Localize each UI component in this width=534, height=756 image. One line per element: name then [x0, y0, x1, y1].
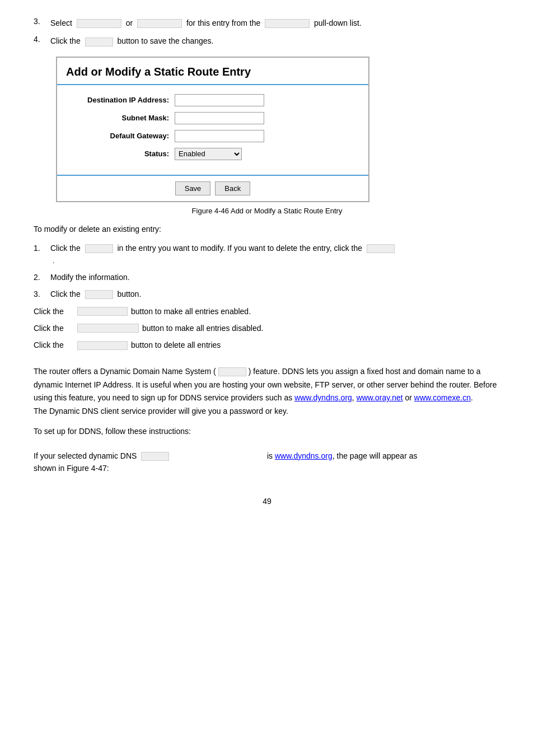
click-row-2: Click the button to make all entries dis…: [34, 322, 500, 334]
click-rows: Click the button to make all entries ena…: [34, 305, 500, 352]
ddns-text-3: The Dynamic DNS client service provider …: [34, 407, 288, 416]
form-fields: Destination IP Address: Subnet Mask: Def…: [57, 85, 368, 176]
back-button[interactable]: Back: [215, 181, 250, 195]
step-3-middle: for this entry from the: [186, 18, 260, 27]
modify-step-1-after: in the entry you want to modify. If you …: [117, 244, 362, 253]
ddns-row-placeholder: [141, 452, 169, 461]
step-3-placeholder1: [77, 19, 121, 28]
click-row-1-text: button to make all entries enabled.: [131, 305, 251, 318]
dest-ip-input[interactable]: [175, 94, 264, 106]
ddns-link-3[interactable]: www.comexe.cn: [414, 393, 471, 402]
click-row-3-label: Click the: [34, 339, 74, 351]
step-3-placeholder3: [265, 19, 310, 28]
click-row-1: Click the button to make all entries ena…: [34, 305, 500, 318]
modify-step-3-body: Click the button.: [50, 288, 500, 300]
status-row: Status: Enabled Disabled: [68, 148, 357, 160]
page-content: 3. Select or for this entry from the pul…: [34, 17, 500, 506]
click-row-3-placeholder: [77, 341, 128, 350]
modify-step-3-after: button.: [117, 290, 141, 298]
ddns-link-2[interactable]: www.oray.net: [357, 393, 403, 402]
step-4-number: 4.: [34, 35, 50, 44]
status-select[interactable]: Enabled Disabled: [175, 148, 242, 160]
ddns-row-left-text: If your selected dynamic DNS: [34, 451, 137, 460]
modify-steps: 1. Click the in the entry you want to mo…: [34, 242, 500, 300]
modify-step-1-body: Click the in the entry you want to modif…: [50, 242, 500, 267]
dest-ip-row: Destination IP Address:: [68, 94, 357, 106]
default-gateway-label: Default Gateway:: [68, 132, 169, 140]
step-3-or: or: [126, 18, 133, 27]
click-row-3-text: button to delete all entries: [131, 339, 221, 351]
ddns-period: .: [471, 393, 473, 402]
page-number: 49: [34, 497, 500, 506]
modify-step-1: 1. Click the in the entry you want to mo…: [34, 242, 500, 267]
form-title: Add or Modify a Static Route Entry: [57, 58, 368, 85]
modify-step-1-num: 1.: [34, 242, 50, 267]
step-4-click: Click the: [50, 36, 81, 45]
subnet-mask-input[interactable]: [175, 112, 264, 124]
click-row-3: Click the button to delete all entries: [34, 339, 500, 351]
modify-step-1-placeholder1: [85, 244, 113, 253]
modify-step-3: 3. Click the button.: [34, 288, 500, 300]
step-3-item: 3. Select or for this entry from the pul…: [34, 17, 500, 29]
step-3-text: Select or for this entry from the pull-d…: [50, 17, 500, 29]
default-gateway-input[interactable]: [175, 130, 264, 142]
ddns-text-1: The router offers a Dynamic Domain Name …: [34, 367, 216, 376]
modify-step-2: 2. Modify the information.: [34, 271, 500, 283]
step-3-number: 3.: [34, 17, 50, 26]
ddns-link-1[interactable]: www.dyndns.org: [294, 393, 352, 402]
ddns-abbr-placeholder: [218, 367, 246, 376]
modify-step-3-num: 3.: [34, 288, 50, 300]
step-4-text: Click the button to save the changes.: [50, 35, 500, 47]
ddns-dyndns-link[interactable]: www.dyndns.org: [275, 451, 332, 460]
subnet-mask-label: Subnet Mask:: [68, 114, 169, 122]
step-3-select: Select: [50, 18, 72, 27]
subnet-mask-row: Subnet Mask:: [68, 112, 357, 124]
modify-step-3-placeholder: [85, 290, 113, 299]
modify-step-1-placeholder2: [367, 244, 395, 253]
ddns-paragraph: The router offers a Dynamic Domain Name …: [34, 365, 500, 418]
ddns-setup-text: To set up for DDNS, follow these instruc…: [34, 427, 191, 436]
step-4-placeholder: [85, 38, 113, 46]
ddns-row-right: is www.dyndns.org, the page will appear …: [267, 450, 500, 462]
step-3-end: pull-down list.: [314, 18, 362, 27]
ddns-provider-row: If your selected dynamic DNS shown in Fi…: [34, 450, 500, 475]
modify-step-3-before: Click the: [50, 290, 81, 298]
modify-step-2-body: Modify the information.: [50, 271, 500, 283]
click-row-2-placeholder: [77, 324, 139, 333]
step-4-end: button to save the changes.: [117, 36, 213, 45]
default-gateway-row: Default Gateway:: [68, 130, 357, 142]
form-buttons: Save Back: [57, 176, 368, 201]
ddns-row-left-text2: shown in Figure 4-47:: [34, 464, 109, 473]
ddns-or: or: [403, 393, 414, 402]
step-4-item: 4. Click the button to save the changes.: [34, 35, 500, 47]
modify-step-1-dot: .: [53, 256, 500, 267]
status-label: Status:: [68, 150, 169, 158]
modify-header: To modify or delete an existing entry:: [34, 223, 500, 235]
save-button[interactable]: Save: [175, 181, 211, 195]
static-route-form: Add or Modify a Static Route Entry Desti…: [56, 57, 369, 202]
modify-step-1-before: Click the: [50, 244, 81, 253]
modify-step-2-num: 2.: [34, 271, 50, 283]
step-3-placeholder2: [137, 19, 182, 28]
click-row-2-text: button to make all entries disabled.: [142, 322, 263, 334]
click-row-2-label: Click the: [34, 322, 74, 334]
ddns-row-right-text: is www.dyndns.org, the page will appear …: [267, 451, 417, 460]
ddns-comma-1: ,: [352, 393, 357, 402]
click-row-1-placeholder: [77, 307, 128, 316]
dest-ip-label: Destination IP Address:: [68, 96, 169, 104]
click-row-1-label: Click the: [34, 305, 74, 318]
figure-caption: Figure 4-46 Add or Modify a Static Route…: [34, 207, 500, 215]
ddns-setup-para: To set up for DDNS, follow these instruc…: [34, 425, 500, 438]
ddns-row-left: If your selected dynamic DNS shown in Fi…: [34, 450, 267, 475]
